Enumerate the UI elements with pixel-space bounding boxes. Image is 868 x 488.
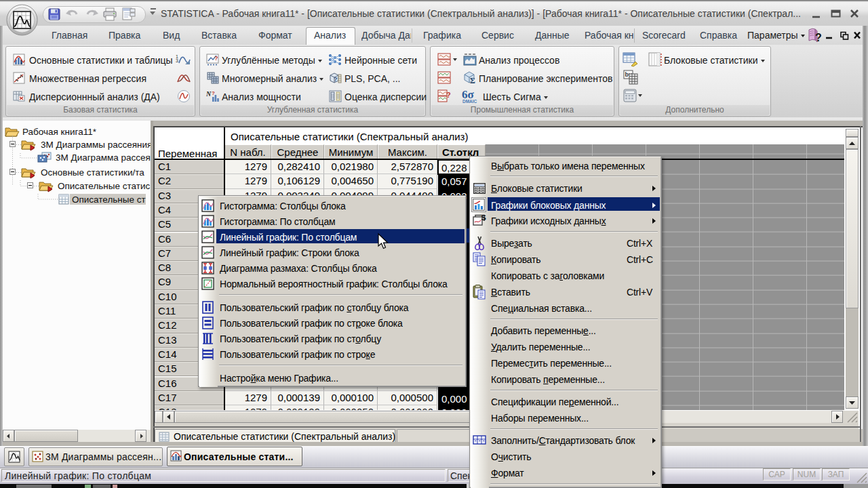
svg-text:N: N [205, 90, 212, 98]
svg-text:DMAIC: DMAIC [462, 99, 477, 104]
svg-text:3: 3 [176, 58, 178, 63]
svg-text:Σ: Σ [470, 76, 475, 85]
svg-text:?: ? [214, 55, 218, 62]
svg-text:?: ? [212, 90, 215, 96]
svg-text:?: ? [334, 76, 338, 83]
svg-text:S: S [481, 214, 486, 222]
svg-text:?: ? [815, 32, 822, 43]
